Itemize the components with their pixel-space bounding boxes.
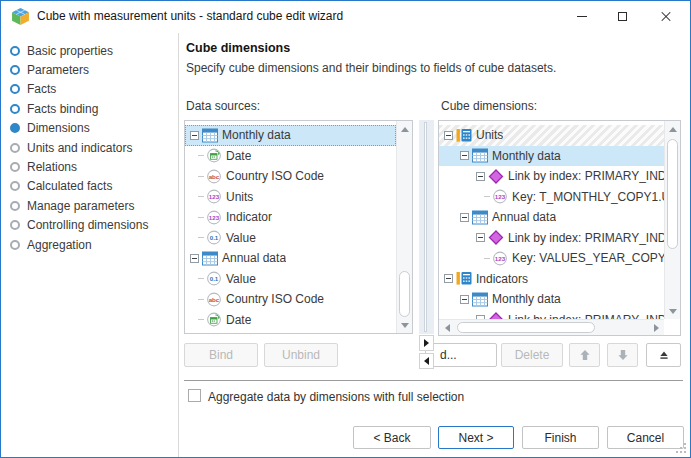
sidebar-step-calculated-facts[interactable]: Calculated facts [1, 177, 178, 196]
dimension-icon [456, 271, 472, 286]
tree-row[interactable]: Units [439, 125, 664, 146]
tree-row[interactable]: Key: VALUES_YEAR_COPY1.UN [439, 248, 664, 269]
tree-node-label: Monthly data [492, 292, 561, 306]
collapse-expander-icon[interactable] [190, 131, 199, 140]
close-icon [660, 11, 672, 23]
cube-app-icon [11, 8, 30, 25]
sidebar-step-basic-properties[interactable]: Basic properties [1, 41, 178, 60]
arrow-left-icon [424, 357, 429, 365]
move-up-button[interactable] [569, 343, 600, 367]
tree-row[interactable]: Annual data [439, 207, 664, 228]
collapse-expander-icon[interactable] [444, 274, 453, 283]
tree-row[interactable]: Country ISO Code [185, 166, 396, 187]
text-field-icon [206, 292, 222, 307]
collapse-expander-icon[interactable] [190, 254, 199, 263]
tree-row[interactable]: Key: T_MONTHLY_COPY1.UNIT [439, 187, 664, 208]
bind-button[interactable]: Bind [184, 343, 258, 367]
page-title: Cube dimensions [186, 41, 290, 55]
tree-node-label: Units [476, 128, 503, 142]
close-button[interactable] [642, 1, 690, 32]
maximize-button[interactable] [602, 1, 642, 32]
minimize-button[interactable] [562, 1, 602, 32]
tree-row[interactable]: Country ISO Code [185, 289, 396, 310]
sidebar-step-dimensions[interactable]: Dimensions [1, 119, 178, 138]
sidebar-step-manage-parameters[interactable]: Manage parameters [1, 196, 178, 215]
add-button[interactable]: d... [425, 343, 497, 367]
collapse-expander-icon[interactable] [444, 131, 453, 140]
data-sources-panel: Monthly dataDateCountry ISO CodeUnitsInd… [184, 120, 413, 334]
unbind-button[interactable]: Unbind [264, 343, 338, 367]
tree-node-label: Country ISO Code [226, 292, 324, 306]
sidebar-step-facts-binding[interactable]: Facts binding [1, 99, 178, 118]
scroll-left-arrow[interactable] [439, 320, 455, 336]
aggregate-checkbox[interactable] [188, 389, 201, 402]
delete-button[interactable]: Delete [501, 343, 563, 367]
tree-row[interactable]: Indicator [185, 207, 396, 228]
step-label: Units and indicators [27, 141, 132, 155]
sidebar-step-relations[interactable]: Relations [1, 157, 178, 176]
tree-row[interactable]: Link by index: PRIMARY_INDEX [439, 228, 664, 249]
scroll-up-arrow[interactable] [397, 121, 413, 137]
tree-row[interactable]: Link by index: PRIMARY_INDEX [439, 166, 664, 187]
sidebar-step-controlling-dimensions[interactable]: Controlling dimensions [1, 216, 178, 235]
step-status-icon [10, 220, 20, 230]
tree-row[interactable]: Link by index: PRIMARY_INDEX [439, 310, 664, 320]
sidebar-step-facts[interactable]: Facts [1, 80, 178, 99]
move-up-icon [579, 349, 591, 361]
tree-row[interactable]: Monthly data [439, 146, 664, 167]
link-diamond-icon [488, 169, 504, 184]
panel-splitter[interactable] [419, 120, 434, 334]
step-status-icon [10, 104, 20, 114]
table-icon [202, 251, 218, 266]
link-diamond-icon [488, 230, 504, 245]
collapse-expander-icon[interactable] [476, 172, 485, 181]
tree-line [198, 299, 204, 300]
collapse-expander-icon[interactable] [460, 295, 469, 304]
tree-row[interactable]: Annual data [185, 248, 396, 269]
move-to-top-button[interactable] [646, 343, 681, 367]
tree-node-label: Monthly data [492, 149, 561, 163]
finish-button[interactable]: Finish [522, 426, 599, 449]
move-down-button[interactable] [607, 343, 638, 367]
collapse-expander-icon[interactable] [460, 213, 469, 222]
date-field-icon [206, 312, 222, 327]
tree-row[interactable]: Monthly data [439, 289, 664, 310]
sidebar-step-units-and-indicators[interactable]: Units and indicators [1, 138, 178, 157]
sidebar-step-parameters[interactable]: Parameters [1, 60, 178, 79]
tree-row[interactable]: Monthly data [185, 125, 396, 146]
arrow-right-icon [424, 339, 429, 347]
sidebar-step-aggregation[interactable]: Aggregation [1, 235, 178, 254]
scrollbar-thumb[interactable] [399, 271, 410, 317]
splitter-expand-right-button[interactable] [419, 335, 434, 351]
collapse-expander-icon[interactable] [476, 233, 485, 242]
scroll-up-arrow[interactable] [665, 121, 681, 137]
tree-row[interactable]: Units [185, 187, 396, 208]
tree-line [198, 319, 204, 320]
collapse-expander-icon[interactable] [460, 151, 469, 160]
dimension-icon [456, 128, 472, 143]
scroll-right-arrow[interactable] [648, 320, 664, 336]
splitter-handle[interactable] [424, 122, 427, 332]
vertical-scrollbar[interactable] [396, 121, 412, 333]
tree-row[interactable]: Value [185, 269, 396, 290]
aggregate-checkbox-label: Aggregate data by dimensions with full s… [208, 390, 464, 404]
scrollbar-thumb[interactable] [457, 322, 595, 333]
tree-row[interactable]: Indicators [439, 269, 664, 290]
scrollbar-thumb[interactable] [667, 139, 678, 249]
scroll-down-arrow[interactable] [665, 303, 681, 319]
cancel-button[interactable]: Cancel [607, 426, 684, 449]
tree-row[interactable]: Date [185, 310, 396, 331]
splitter-expand-left-button[interactable] [419, 353, 434, 369]
back-button[interactable]: < Back [353, 426, 431, 449]
tree-row[interactable] [185, 330, 396, 333]
horizontal-scrollbar[interactable] [439, 319, 664, 335]
tree-row[interactable]: Date [185, 146, 396, 167]
step-status-icon [10, 65, 20, 75]
decimal-field-icon [206, 271, 222, 286]
resize-grip[interactable] [676, 443, 687, 454]
tree-row[interactable]: Value [185, 228, 396, 249]
next-button[interactable]: Next > [438, 426, 514, 449]
vertical-scrollbar[interactable] [664, 121, 680, 319]
step-label: Manage parameters [27, 199, 134, 213]
scroll-down-arrow[interactable] [397, 317, 413, 333]
